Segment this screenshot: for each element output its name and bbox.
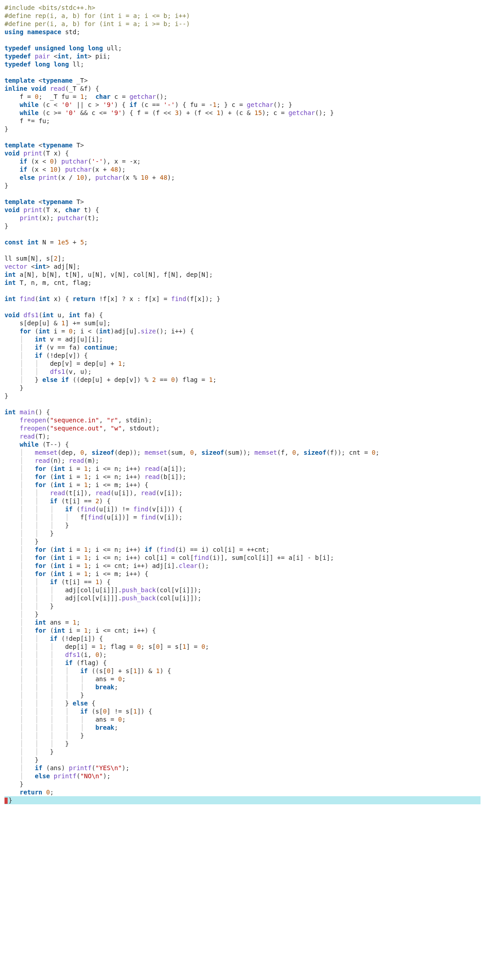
code-content: #include <bits/stdc++.h> #define rep(i, … xyxy=(4,4,481,804)
caret xyxy=(4,798,8,804)
cursor-line: } xyxy=(4,796,481,804)
code-editor[interactable]: #include <bits/stdc++.h> #define rep(i, … xyxy=(0,0,485,808)
